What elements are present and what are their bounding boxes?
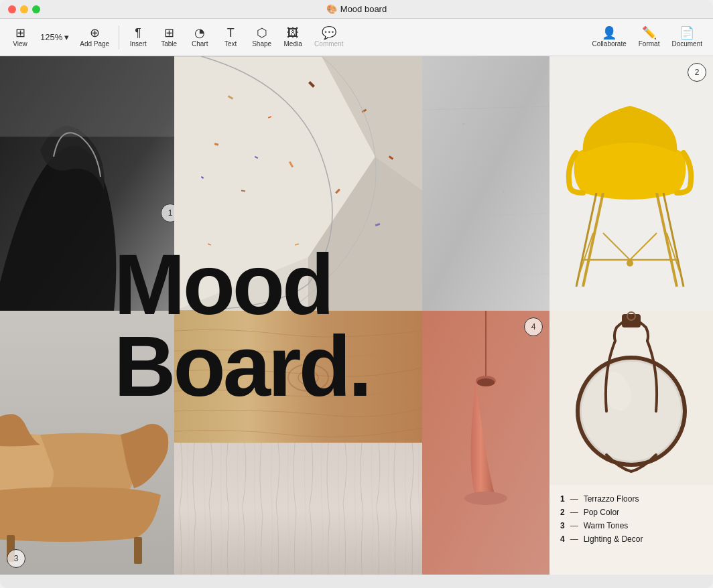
collaborate-label: Collaborate <box>592 40 627 48</box>
close-button[interactable] <box>8 5 16 13</box>
format-label: Format <box>639 40 660 48</box>
mirror-illustration <box>549 311 713 485</box>
cell-fur <box>174 443 422 575</box>
window-title: 🎨 Mood board <box>326 4 387 14</box>
svg-rect-1 <box>0 56 174 137</box>
text-label: Text <box>224 40 237 48</box>
comment-label: Comment <box>314 40 343 48</box>
shape-icon: ⬡ <box>257 27 267 39</box>
cell-number-3: 3 <box>7 549 25 568</box>
svg-line-35 <box>603 233 630 260</box>
cell-wood <box>174 311 422 443</box>
shape-label: Shape <box>252 40 271 48</box>
document-icon: 📄 <box>679 27 694 39</box>
chart-icon: ◔ <box>194 27 205 39</box>
add-page-icon: ⊕ <box>90 27 100 39</box>
divider-1 <box>119 25 119 50</box>
add-page-label: Add Page <box>80 40 109 48</box>
document-button[interactable]: 📄 Document <box>666 24 708 50</box>
fur-illustration <box>174 443 422 575</box>
insert-icon: ¶ <box>135 27 141 39</box>
yellow-chair-illustration <box>563 99 697 300</box>
toolbar: ⊞ View 125% ▾ ⊕ Add Page ¶ Insert ⊞ Tabl… <box>0 19 713 56</box>
lamp-illustration <box>422 311 549 575</box>
comment-button[interactable]: 💬 Comment <box>309 24 348 50</box>
cell-number-4: 4 <box>524 317 543 336</box>
zoom-button[interactable]: 125% ▾ <box>35 29 74 45</box>
cell-sofa: 3 <box>0 311 174 575</box>
svg-rect-27 <box>503 190 504 193</box>
concrete-illustration <box>422 56 549 311</box>
view-group: ⊞ View <box>5 24 35 50</box>
svg-point-48 <box>464 492 507 505</box>
comment-icon: 💬 <box>322 27 336 39</box>
window-title-text: Mood board <box>340 4 387 14</box>
add-page-group: ⊕ Add Page <box>74 24 115 50</box>
chart-label: Chart <box>192 40 208 48</box>
view-label: View <box>13 40 27 48</box>
chevron-down-icon: ▾ <box>64 32 69 42</box>
media-button[interactable]: 🖼 Media <box>278 24 308 50</box>
add-page-button[interactable]: ⊕ Add Page <box>74 24 115 50</box>
cell-lamp: 4 <box>422 311 549 575</box>
collaborate-icon: 👤 <box>602 27 617 39</box>
table-button[interactable]: ⊞ Table <box>154 24 184 50</box>
table-label: Table <box>161 40 177 48</box>
view-icon: ⊞ <box>15 27 25 39</box>
dark-chair-illustration <box>0 56 174 311</box>
legend-item-3: 3 — Warm Tones <box>560 521 643 530</box>
insert-button[interactable]: ¶ Insert <box>123 24 153 50</box>
right-tools-group: 👤 Collaborate ✏️ Format 📄 Document <box>587 24 708 50</box>
legend-item-4: 4 — Lighting & Decor <box>560 534 643 544</box>
wood-illustration <box>174 311 422 443</box>
cell-mirror-legend: 1 — Terrazzo Floors 2 — Pop Color 3 — Wa… <box>549 311 713 575</box>
format-button[interactable]: ✏️ Format <box>633 24 665 50</box>
terrazzo-illustration <box>174 56 422 311</box>
svg-rect-21 <box>422 56 549 311</box>
legend-item-2: 2 — Pop Color <box>560 508 643 517</box>
shape-button[interactable]: ⬡ Shape <box>247 24 277 50</box>
media-icon: 🖼 <box>287 27 299 39</box>
cell-dark-chair: 1 <box>0 56 174 311</box>
sofa-illustration <box>0 311 174 575</box>
insert-label: Insert <box>130 40 147 48</box>
view-button[interactable]: ⊞ View <box>5 24 35 50</box>
title-bar: 🎨 Mood board <box>0 0 713 19</box>
canvas-area: 1 <box>0 56 713 588</box>
chart-button[interactable]: ◔ Chart <box>185 24 214 50</box>
tools-group: ¶ Insert ⊞ Table ◔ Chart T Text ⬡ Shape … <box>123 24 348 50</box>
format-icon: ✏️ <box>642 27 657 39</box>
collaborate-button[interactable]: 👤 Collaborate <box>587 24 632 50</box>
fullscreen-button[interactable] <box>32 5 40 13</box>
svg-line-36 <box>630 233 657 260</box>
svg-point-54 <box>582 362 681 461</box>
cell-terrazzo <box>174 56 422 311</box>
cell-concrete <box>422 56 549 311</box>
cell-wood-fur <box>174 311 422 575</box>
media-label: Media <box>283 40 302 48</box>
zoom-value: 125% <box>40 32 62 42</box>
document-label: Document <box>671 40 702 48</box>
svg-rect-40 <box>134 537 142 564</box>
table-icon: ⊞ <box>164 27 174 39</box>
cell-yellow-chair: 2 <box>549 56 713 311</box>
legend: 1 — Terrazzo Floors 2 — Pop Color 3 — Wa… <box>560 494 643 548</box>
minimize-button[interactable] <box>20 5 28 13</box>
title-icon: 🎨 <box>326 4 337 14</box>
zoom-group: 125% ▾ <box>35 29 74 45</box>
legend-item-1: 1 — Terrazzo Floors <box>560 494 643 504</box>
moodboard: 1 <box>0 56 713 588</box>
cell-number-2: 2 <box>688 63 706 82</box>
svg-point-49 <box>477 378 495 386</box>
svg-point-37 <box>627 260 633 267</box>
cell-number-1: 1 <box>161 204 174 222</box>
text-button[interactable]: T Text <box>216 24 245 50</box>
cell-yellow-chair-area: 2 <box>422 56 713 311</box>
traffic-lights <box>8 5 40 13</box>
text-icon: T <box>227 27 235 39</box>
svg-rect-26 <box>462 123 464 125</box>
